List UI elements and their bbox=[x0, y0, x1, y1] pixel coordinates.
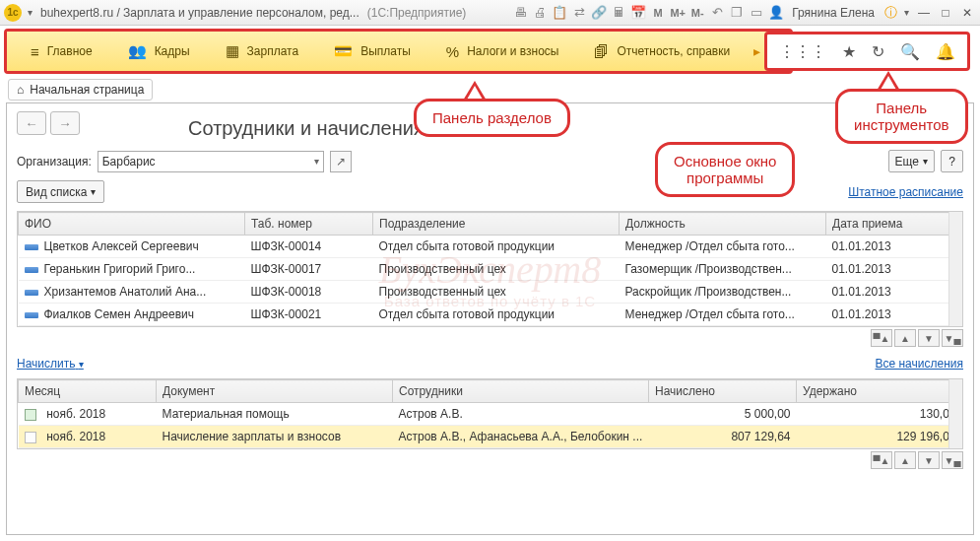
ref-icon[interactable]: ▭ bbox=[749, 5, 764, 21]
calc-label: Начислить bbox=[17, 357, 75, 371]
cell-doc: Материальная помощь bbox=[157, 403, 393, 426]
info-dropdown-icon[interactable]: ▾ bbox=[902, 7, 911, 18]
cell-date: 01.01.2013 bbox=[826, 304, 962, 326]
scroll-bottom-button[interactable]: ▼▄ bbox=[942, 329, 963, 347]
doc-label: Зарплата и управление персоналом, ред... bbox=[123, 6, 359, 20]
section-Выплаты[interactable]: 💳Выплаты bbox=[316, 32, 428, 71]
doc-posted-icon bbox=[25, 409, 36, 421]
col-header[interactable]: Сотрудники bbox=[393, 380, 649, 403]
table-row[interactable]: нояб. 2018Материальная помощьАстров А.В.… bbox=[19, 403, 962, 426]
cell-tab: ШФЗК-00014 bbox=[245, 236, 373, 258]
all-calcs-link[interactable]: Все начисления bbox=[875, 357, 963, 371]
table-row[interactable]: Фиалков Семен АндреевичШФЗК-00021Отдел с… bbox=[19, 304, 962, 326]
cell-month: нояб. 2018 bbox=[19, 403, 157, 426]
grid-icon[interactable]: ⋮⋮⋮ bbox=[779, 42, 826, 61]
cell-fio: Цветков Алексей Сергеевич bbox=[19, 236, 245, 258]
callout-mainwindow: Основное окно программы bbox=[655, 142, 795, 197]
print-icon[interactable]: 🖶 bbox=[512, 5, 528, 21]
home-tab[interactable]: ⌂ Начальная страница bbox=[8, 79, 153, 101]
page-title: Сотрудники и начисления bbox=[188, 117, 425, 140]
col-header[interactable]: Месяц bbox=[19, 380, 157, 403]
help-button[interactable]: ? bbox=[941, 150, 963, 172]
col-header[interactable]: Начислено bbox=[649, 380, 797, 403]
scroll-bottom-button[interactable]: ▼▄ bbox=[942, 451, 963, 469]
cell-month: нояб. 2018 bbox=[19, 426, 157, 448]
staffing-link[interactable]: Штатное расписание bbox=[848, 185, 963, 199]
compare-icon[interactable]: ⇄ bbox=[571, 5, 587, 21]
row-status-icon bbox=[25, 312, 38, 318]
app-logo-icon: 1c bbox=[4, 4, 22, 22]
callout-tail-icon bbox=[877, 71, 900, 91]
view-mode-button[interactable]: Вид списка ▾ bbox=[17, 180, 104, 203]
col-header[interactable]: Подразделение bbox=[373, 213, 620, 236]
user-name[interactable]: Грянина Елена bbox=[792, 6, 875, 20]
m-plus-button[interactable]: M+ bbox=[670, 5, 686, 21]
table-row[interactable]: нояб. 2018Начисление зарплаты и взносовА… bbox=[19, 426, 962, 448]
col-header[interactable]: Удержано bbox=[797, 380, 962, 403]
nav-back-button[interactable]: ← bbox=[17, 111, 46, 135]
cell-emp: Астров А.В., Афанасьева А.А., Белобокин … bbox=[393, 426, 649, 448]
section-icon: 💳 bbox=[334, 42, 353, 60]
calendar-icon[interactable]: 📅 bbox=[630, 5, 646, 21]
cell-doc: Начисление зарплаты и взносов bbox=[157, 426, 393, 448]
cell-pos: Раскройщик /Производствен... bbox=[620, 281, 826, 304]
info-icon[interactable]: ⓘ bbox=[882, 5, 898, 21]
section-Главное[interactable]: ≡Главное bbox=[13, 32, 110, 71]
view-label: Вид списка bbox=[26, 185, 87, 199]
scroll-top-button[interactable]: ▀▲ bbox=[871, 451, 892, 469]
section-icon: ≡ bbox=[31, 43, 39, 60]
org-open-button[interactable]: ↗ bbox=[330, 151, 352, 172]
col-header[interactable]: Дата приема↓ bbox=[826, 213, 962, 236]
bell-icon[interactable]: 🔔 bbox=[936, 42, 955, 61]
app-menu-dropdown-icon[interactable]: ▾ bbox=[26, 7, 34, 18]
windows-icon[interactable]: ❐ bbox=[729, 5, 745, 21]
calculate-link[interactable]: Начислить ▾ bbox=[17, 357, 84, 371]
clipboard-icon[interactable]: 📋 bbox=[552, 5, 567, 21]
org-select[interactable]: Барбарис ▾ bbox=[98, 151, 324, 172]
print2-icon[interactable]: 🖨 bbox=[532, 5, 548, 21]
more-button[interactable]: Еще ▾ bbox=[888, 150, 935, 172]
scroll-down-button[interactable]: ▼ bbox=[918, 329, 940, 347]
minimize-button[interactable]: — bbox=[915, 6, 933, 20]
maximize-button[interactable]: □ bbox=[937, 6, 954, 20]
employees-table[interactable]: ФИОТаб. номерПодразделениеДолжностьДата … bbox=[18, 212, 962, 326]
scroll-up-button[interactable]: ▲ bbox=[894, 329, 916, 347]
m-minus-button[interactable]: M- bbox=[689, 5, 705, 21]
section-Отчетность, справки[interactable]: 🗐Отчетность, справки bbox=[576, 32, 748, 71]
section-icon: ▦ bbox=[226, 42, 239, 60]
section-icon: 👥 bbox=[128, 42, 147, 60]
calc-icon[interactable]: 🖩 bbox=[611, 5, 626, 21]
col-header[interactable]: Должность bbox=[620, 213, 826, 236]
table-row[interactable]: Геранькин Григорий Григо...ШФЗК-00017Про… bbox=[19, 258, 962, 281]
scrollbar-v[interactable] bbox=[948, 212, 962, 326]
m-button[interactable]: M bbox=[650, 5, 666, 21]
site-label: buhexpert8.ru bbox=[40, 6, 113, 20]
cell-dep: Производственный цех bbox=[373, 258, 620, 281]
scroll-up-button[interactable]: ▲ bbox=[894, 451, 916, 469]
section-label: Отчетность, справки bbox=[617, 44, 730, 58]
scrollbar-v[interactable] bbox=[948, 379, 962, 448]
col-header[interactable]: Таб. номер bbox=[245, 213, 373, 236]
link-icon[interactable]: 🔗 bbox=[591, 5, 607, 21]
callout-sections: Панель разделов bbox=[414, 99, 570, 137]
doc-draft-icon bbox=[25, 432, 36, 443]
search-icon[interactable]: 🔍 bbox=[900, 42, 920, 61]
cell-accrued: 807 129,64 bbox=[649, 426, 797, 448]
accruals-table[interactable]: МесяцДокументСотрудникиНачисленоУдержано… bbox=[18, 379, 962, 448]
section-icon: % bbox=[446, 43, 459, 60]
nav-buttons: ← → bbox=[17, 111, 80, 135]
table-row[interactable]: Цветков Алексей СергеевичШФЗК-00014Отдел… bbox=[19, 236, 962, 258]
col-header[interactable]: ФИО bbox=[19, 213, 245, 236]
section-Кадры[interactable]: 👥Кадры bbox=[110, 32, 208, 71]
star-icon[interactable]: ★ bbox=[842, 42, 856, 61]
scroll-down-button[interactable]: ▼ bbox=[918, 451, 940, 469]
col-header[interactable]: Документ bbox=[157, 380, 393, 403]
history-icon[interactable]: ↻ bbox=[872, 42, 884, 61]
table-row[interactable]: Хризантемов Анатолий Ана...ШФЗК-00018Про… bbox=[19, 281, 962, 304]
back-icon[interactable]: ↶ bbox=[709, 5, 725, 21]
nav-fwd-button[interactable]: → bbox=[50, 111, 80, 135]
close-button[interactable]: ✕ bbox=[958, 6, 976, 20]
section-Зарплата[interactable]: ▦Зарплата bbox=[208, 32, 317, 71]
section-Налоги и взносы[interactable]: %Налоги и взносы bbox=[428, 32, 577, 71]
scroll-top-button[interactable]: ▀▲ bbox=[871, 329, 892, 347]
